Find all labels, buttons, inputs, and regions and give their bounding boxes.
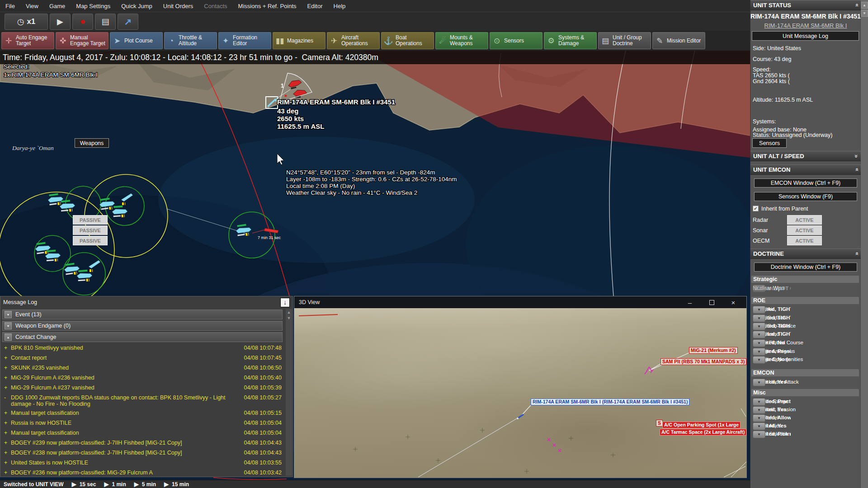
expand-toggle[interactable]: + [4, 375, 11, 381]
record-button[interactable]: ● [72, 14, 93, 30]
wcs-subsurface-dropdown[interactable]: ▼ [753, 323, 765, 330]
wcs-land-dropdown[interactable]: ▼ [753, 331, 765, 338]
log-entry[interactable]: +BPK 810 Smetlivyy vanished04/08 10:07:4… [0, 343, 292, 353]
doctrine-window-button[interactable]: Doctrine Window (Ctrl + F9) [754, 263, 857, 272]
unit-message-log-button[interactable]: Unit Message Log [752, 31, 859, 41]
minimize-button[interactable]: – [683, 296, 697, 308]
plot-course-button[interactable]: ➤ Plot Course [110, 32, 163, 49]
play-5min-icon[interactable]: ▶ [134, 481, 139, 488]
sonar-passive-toggle[interactable]: PASSIVE [73, 225, 108, 235]
mission-editor-button[interactable]: ✎ Mission Editor [652, 32, 705, 49]
expand-toggle[interactable]: + [4, 469, 11, 476]
radar-passive-toggle[interactable]: PASSIVE [73, 215, 108, 225]
menu-map-settings[interactable]: Map Settings [76, 3, 110, 9]
log-group-event[interactable]: ▼ Event (13) [2, 310, 283, 319]
menu-missions-ref-points[interactable]: Missions + Ref. Points [238, 3, 297, 9]
unit-group-doctrine-button[interactable]: ▤ Unit / Group Doctrine [598, 32, 651, 49]
sensors-window-button[interactable]: Sensors Window (F9) [754, 192, 857, 201]
close-button[interactable]: × [726, 296, 740, 308]
sensors-button[interactable]: ⊙ Sensors [490, 32, 542, 49]
mig21-label[interactable]: MiG-21 (Merkum #2) [689, 347, 738, 354]
scroll-down-icon[interactable]: ▼ [861, 10, 868, 17]
tarmac-space-label[interactable]: A/C Tarmac Space (2x Large Aircraft) [660, 429, 746, 436]
expand-toggle[interactable]: + [4, 450, 11, 456]
automatic-evasion-dropdown[interactable]: ▼ [753, 406, 765, 414]
log-entry[interactable]: +Contact report04/08 10:07:45 [0, 353, 292, 363]
doctrine-header[interactable]: DOCTRINE » [750, 249, 861, 259]
systems-damage-button[interactable]: ⚙ Systems & Damage [544, 32, 597, 49]
inherit-checkbox[interactable]: ✔ [753, 206, 759, 211]
log-entry[interactable]: +BOGEY #239 now platform-classified: J-7… [0, 438, 292, 448]
torpedo-range-dropdown[interactable]: ▼ [753, 398, 765, 406]
step-5min[interactable]: 5 min [142, 481, 156, 488]
log-entry[interactable]: +MiG-29 Fulcrum A #236 vanished04/08 10:… [0, 373, 292, 383]
quick-jump-button[interactable]: ↗ [118, 14, 138, 30]
auto-engage-target-button[interactable]: ✛ Auto Engage Target [1, 32, 54, 49]
play-15min-icon[interactable]: ▶ [164, 481, 169, 488]
boat-operations-button[interactable]: ⚓ Boat Operations [381, 32, 434, 49]
unit-status-header[interactable]: UNIT STATUS » [750, 0, 861, 10]
expand-toggle[interactable]: + [4, 410, 11, 416]
weapons-list-button[interactable]: Weapons [75, 138, 109, 148]
expand-toggle[interactable]: + [4, 420, 11, 426]
play-button[interactable]: ▶ [50, 14, 71, 30]
step-15min[interactable]: 15 min [172, 481, 189, 488]
log-group-contact-change[interactable]: ▲ Contact Change [2, 332, 283, 342]
oecm-active-toggle[interactable]: ACTIVE [787, 236, 822, 245]
menu-view[interactable]: View [26, 3, 38, 9]
expand-toggle[interactable]: + [4, 345, 11, 351]
menu-editor[interactable]: Editor [307, 3, 323, 9]
expand-toggle[interactable]: - [4, 394, 11, 401]
log-entry[interactable]: +MiG-29 Fulcrum A #237 vanished04/08 10:… [0, 383, 292, 393]
log-entry[interactable]: +BOGEY #238 now platform-classified: J-7… [0, 448, 292, 458]
scroll-up-icon[interactable]: ▲ [861, 2, 868, 9]
aircraft-operations-button[interactable]: ✈ Aircraft Operations [327, 32, 380, 49]
magazines-button[interactable]: ▮▮ Magazines [273, 32, 326, 49]
refuel-allies-dropdown[interactable]: ▼ [753, 422, 765, 430]
menu-game[interactable]: Game [49, 3, 65, 9]
manual-engage-target-button[interactable]: ✜ Manual Engage Target [56, 32, 108, 49]
collapse-icon[interactable]: ▲ [5, 333, 12, 341]
scroll-down-icon[interactable]: ▼ [287, 316, 291, 320]
log-entry[interactable]: -DDG 1000 Zumwalt reports BDA status cha… [0, 393, 292, 408]
log-entry[interactable]: +Manual target classification04/08 10:05… [0, 428, 292, 438]
refuel-selection-dropdown[interactable]: ▼ [753, 431, 765, 438]
sensors-list-button[interactable]: Sensors [752, 138, 787, 148]
wcs-surface-dropdown[interactable]: ▼ [753, 314, 765, 322]
expand-toggle[interactable]: + [4, 355, 11, 361]
sidebar-scrollbar[interactable]: ▲ ▼ [860, 0, 868, 488]
menu-file[interactable]: File [5, 3, 15, 9]
expand-toggle[interactable]: + [4, 440, 11, 446]
sam-platoon-label[interactable]: SAM Plt (RBS 70 Mk1 MANPADS x 3) [660, 358, 746, 365]
log-group-weapon-endgame[interactable]: ▼ Weapon Endgame (0) [2, 321, 283, 331]
log-entry[interactable]: +BOGEY #236 now platform-classified: MiG… [0, 468, 292, 478]
throttle-altitude-button[interactable]: ◔ Throttle & Altitude [164, 32, 217, 49]
expand-toggle[interactable]: + [4, 460, 11, 466]
radar-active-toggle[interactable]: ACTIVE [787, 215, 822, 225]
emcon-window-button[interactable]: EMCON Window (Ctrl + F9) [754, 178, 857, 188]
step-1min[interactable]: 1 min [112, 481, 126, 488]
scroll-up-icon[interactable]: ▲ [287, 310, 291, 314]
log-entry[interactable]: +United States is now HOSTILE04/08 10:03… [0, 458, 292, 468]
engage-ambigous-dropdown[interactable]: ▼ [753, 348, 765, 356]
jump-to-latest-button[interactable]: ↓ [280, 298, 290, 307]
ignore-under-attack-dropdown[interactable]: ▼ [753, 379, 765, 386]
message-log-scrollbar[interactable]: ▲ ▼ [286, 309, 292, 476]
collapse-icon[interactable]: ▼ [5, 311, 12, 318]
log-entry[interactable]: +SKUNK #235 vanished04/08 10:06:50 [0, 363, 292, 373]
selected-missile-label[interactable]: RIM-174A ERAM SM-6MR Blk I (RIM-174A ERA… [531, 399, 689, 405]
3d-view-titlebar[interactable]: 3D View – × [294, 296, 746, 308]
play-15sec-icon[interactable]: ▶ [72, 481, 76, 488]
expand-toggle[interactable]: + [4, 430, 11, 436]
menu-help[interactable]: Help [334, 3, 346, 9]
menu-unit-orders[interactable]: Unit Orders [163, 3, 193, 9]
unit-class-link[interactable]: RIM-174A ERAM SM-6MR Blk I [750, 22, 861, 29]
oecm-passive-toggle[interactable]: PASSIVE [73, 236, 108, 245]
time-compression-button[interactable]: ◷ x1 [5, 14, 48, 30]
engage-opportunities-dropdown[interactable]: ▼ [753, 356, 765, 364]
log-entry[interactable]: +Russia is now HOSTILE04/08 10:05:04 [0, 418, 292, 428]
3d-view-content[interactable]: MiG-21 (Merkum #2) SAM Plt (RBS 70 Mk1 M… [294, 308, 746, 478]
expand-toggle[interactable]: + [4, 365, 11, 371]
ignore-plotted-dropdown[interactable]: ▼ [753, 339, 765, 347]
unit-emcon-header[interactable]: UNIT EMCON » [750, 164, 861, 175]
